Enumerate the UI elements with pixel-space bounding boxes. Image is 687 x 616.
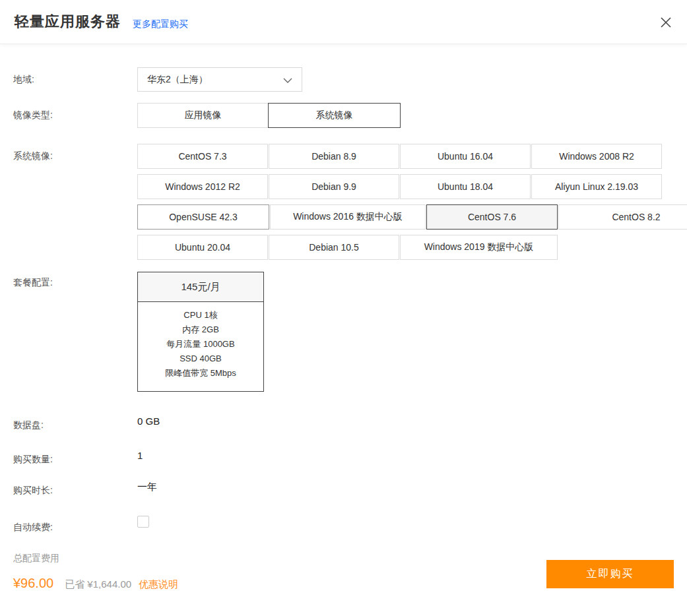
page-title: 轻量应用服务器: [15, 12, 121, 32]
os-grid-row: CentOS 7.3 Debian 8.9 Ubuntu 16.04 Windo…: [137, 144, 687, 169]
quantity-row: 购买数量: 1: [13, 448, 687, 466]
system-image-row: 系统镜像: CentOS 7.3 Debian 8.9 Ubuntu 16.04…: [13, 144, 687, 260]
duration-label: 购买时长:: [13, 479, 137, 497]
chevron-down-icon: [283, 75, 292, 85]
modal-body: 地域: 华东2（上海） 镜像类型: 应用镜像 系统镜像 系统镜像: CentOS…: [0, 44, 687, 534]
savings-text: 已省 ¥1,644.00: [65, 578, 131, 591]
os-option-ubuntu-18-04[interactable]: Ubuntu 18.04: [400, 174, 531, 199]
os-option-aliyun-linux[interactable]: Aliyun Linux 2.19.03: [531, 174, 662, 199]
os-grid-row: Windows 2012 R2 Debian 9.9 Ubuntu 18.04 …: [137, 174, 687, 199]
os-option-centos-7-3[interactable]: CentOS 7.3: [137, 144, 268, 169]
image-type-row: 镜像类型: 应用镜像 系统镜像: [13, 103, 687, 128]
os-option-windows-2008-r2[interactable]: Windows 2008 R2: [531, 144, 662, 169]
os-option-ubuntu-16-04[interactable]: Ubuntu 16.04: [400, 144, 531, 169]
os-option-windows-2016[interactable]: Windows 2016 数据中心版: [270, 204, 426, 230]
buy-now-button[interactable]: 立即购买: [546, 560, 674, 588]
region-label: 地域:: [13, 74, 137, 86]
plan-spec-cpu: CPU 1核: [138, 308, 263, 323]
image-type-option-app[interactable]: 应用镜像: [137, 103, 269, 128]
plan-specs: CPU 1核 内存 2GB 每月流量 1000GB SSD 40GB 限峰值带宽…: [138, 302, 263, 391]
plan-spec-bandwidth: 限峰值带宽 5Mbps: [138, 366, 263, 381]
auto-renew-checkbox[interactable]: [137, 516, 149, 528]
system-image-grid: CentOS 7.3 Debian 8.9 Ubuntu 16.04 Windo…: [137, 144, 687, 260]
plan-row: 套餐配置: 145元/月 CPU 1核 内存 2GB 每月流量 1000GB S…: [13, 272, 687, 392]
plan-spec-memory: 内存 2GB: [138, 323, 263, 337]
total-price: ¥96.00: [13, 576, 53, 591]
auto-renew-label: 自动续费:: [13, 516, 137, 534]
plan-spec-traffic: 每月流量 1000GB: [138, 337, 263, 352]
auto-renew-row: 自动续费:: [13, 516, 687, 534]
image-type-label: 镜像类型:: [13, 109, 137, 121]
region-select[interactable]: 华东2（上海）: [137, 67, 302, 92]
duration-row: 购买时长: 一年: [13, 479, 687, 497]
modal-footer: 总配置费用 ¥96.00 已省 ¥1,644.00 优惠说明 立即购买: [0, 543, 687, 591]
system-image-label: 系统镜像:: [13, 144, 137, 260]
os-option-windows-2019[interactable]: Windows 2019 数据中心版: [400, 235, 558, 260]
os-grid-row: OpenSUSE 42.3 Windows 2016 数据中心版 CentOS …: [137, 204, 687, 230]
region-row: 地域: 华东2（上海）: [13, 67, 687, 92]
data-disk-value: 0 GB: [137, 414, 160, 431]
modal-header: 轻量应用服务器 更多配置购买: [0, 0, 687, 44]
plan-card[interactable]: 145元/月 CPU 1核 内存 2GB 每月流量 1000GB SSD 40G…: [137, 272, 264, 392]
os-option-windows-2012-r2[interactable]: Windows 2012 R2: [137, 174, 268, 199]
os-option-opensuse-42-3[interactable]: OpenSUSE 42.3: [137, 204, 269, 230]
data-disk-label: 数据盘:: [13, 414, 137, 431]
plan-price: 145元/月: [138, 272, 263, 302]
os-grid-row: Ubuntu 20.04 Debian 10.5 Windows 2019 数据…: [137, 235, 687, 260]
discount-info-link[interactable]: 优惠说明: [139, 578, 178, 591]
data-disk-row: 数据盘: 0 GB: [13, 414, 687, 431]
plan-spec-ssd: SSD 40GB: [138, 352, 263, 366]
region-select-value: 华东2（上海）: [147, 74, 208, 86]
quantity-label: 购买数量:: [13, 448, 137, 466]
os-option-debian-8-9[interactable]: Debian 8.9: [269, 144, 399, 169]
os-option-debian-10-5[interactable]: Debian 10.5: [269, 235, 399, 260]
os-option-ubuntu-20-04[interactable]: Ubuntu 20.04: [137, 235, 268, 260]
plan-label: 套餐配置:: [13, 272, 137, 392]
os-option-debian-9-9[interactable]: Debian 9.9: [269, 174, 399, 199]
os-option-centos-8-2[interactable]: CentOS 8.2: [558, 204, 687, 230]
more-config-link[interactable]: 更多配置购买: [133, 18, 188, 30]
quantity-value: 1: [137, 448, 143, 466]
close-icon[interactable]: [657, 13, 675, 32]
image-type-option-system[interactable]: 系统镜像: [268, 103, 401, 128]
duration-value: 一年: [137, 479, 157, 497]
os-option-centos-7-6[interactable]: CentOS 7.6: [426, 204, 558, 230]
